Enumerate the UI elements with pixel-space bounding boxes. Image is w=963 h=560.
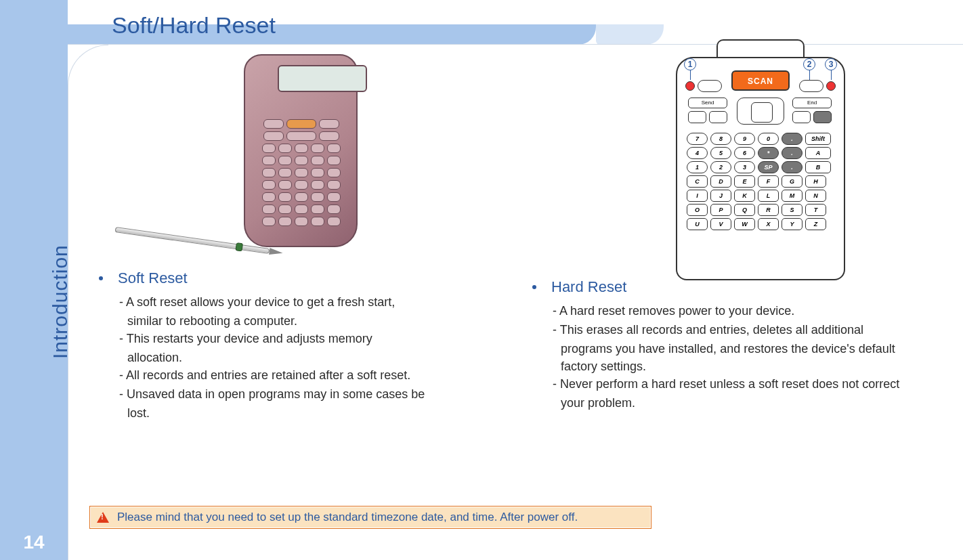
manual-page: Introduction 14 Soft/Hard Reset (0, 0, 963, 560)
bullet-icon (532, 285, 536, 289)
soft-reset-illustration (223, 54, 366, 264)
soft-reset-line: - This restarts your device and adjusts … (119, 330, 474, 347)
left-soft-button (698, 80, 722, 92)
hard-reset-line: - This erases all records and entries, d… (553, 321, 948, 339)
soft-reset-section: Soft Reset - A soft reset allows your de… (95, 267, 474, 423)
bullet-icon (99, 276, 103, 280)
callout-2: 2 (803, 58, 815, 70)
soft-reset-line: - Unsaved data in open programs may in s… (119, 385, 474, 403)
dpad (737, 98, 784, 125)
soft-reset-heading: Soft Reset (95, 267, 474, 289)
section-sidebar: Introduction 14 (0, 0, 68, 560)
soft-reset-line: - A soft reset allows your device to get… (119, 293, 474, 311)
status-led-icon (826, 81, 836, 91)
soft-reset-line: - All records and entries are retained a… (119, 366, 474, 384)
content-corner (68, 45, 108, 85)
soft-reset-line: lost. (119, 404, 474, 422)
alpha-numeric-keypad: 7890.Shift 456*.A 123SP.B CDEFGH IJKLMN … (687, 133, 834, 268)
warning-note: Please mind that you need to set up the … (89, 506, 651, 529)
power-led-icon (685, 81, 695, 91)
hard-reset-line: programs you have installed, and restore… (553, 340, 948, 358)
hard-reset-line: your problem. (553, 394, 948, 412)
hard-reset-heading: Hard Reset (528, 276, 948, 298)
end-key-group: End (792, 98, 833, 125)
hard-reset-line: - Never perform a hard reset unless a so… (553, 375, 948, 393)
right-soft-button (799, 80, 823, 92)
hard-reset-line: factory settings. (553, 358, 948, 375)
callout-1: 1 (684, 58, 696, 70)
section-label: Introduction (49, 223, 77, 359)
soft-reset-line: allocation. (119, 349, 474, 366)
send-key-group: Send (688, 98, 729, 125)
warning-icon (97, 512, 109, 523)
page-number: 14 (0, 527, 68, 560)
page-title: Soft/Hard Reset (112, 12, 276, 39)
warning-text: Please mind that you need to set up the … (117, 511, 578, 524)
content-left-rule (68, 85, 68, 560)
callout-3: 3 (825, 58, 837, 70)
hard-reset-illustration: 1 2 3 SCAN Send End 7890.Shift 456*.A 12… (669, 39, 852, 283)
soft-reset-line: similar to rebooting a computer. (119, 312, 474, 330)
hard-reset-line: - A hard reset removes power to your dev… (553, 302, 948, 320)
hard-reset-section: Hard Reset - A hard reset removes power … (528, 276, 948, 412)
scan-button: SCAN (731, 70, 790, 91)
